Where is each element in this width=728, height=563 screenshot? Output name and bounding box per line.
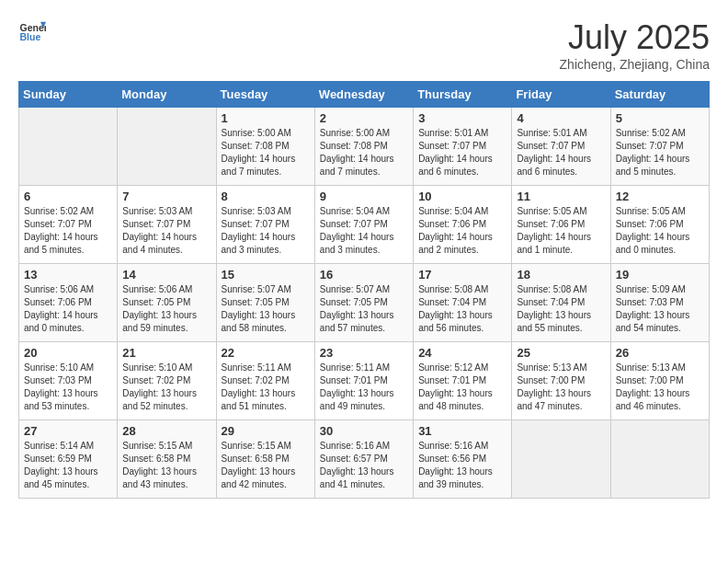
calendar-cell: 12Sunrise: 5:05 AM Sunset: 7:06 PM Dayli… [610,186,709,264]
day-detail: Sunrise: 5:05 AM Sunset: 7:06 PM Dayligh… [517,205,605,257]
svg-text:Blue: Blue [20,31,41,42]
day-detail: Sunrise: 5:11 AM Sunset: 7:01 PM Dayligh… [320,362,408,413]
calendar-cell: 21Sunrise: 5:10 AM Sunset: 7:02 PM Dayli… [118,342,216,420]
day-detail: Sunrise: 5:03 AM Sunset: 7:07 PM Dayligh… [122,205,210,257]
calendar-cell: 22Sunrise: 5:11 AM Sunset: 7:02 PM Dayli… [216,342,314,420]
calendar-cell: 3Sunrise: 5:01 AM Sunset: 7:07 PM Daylig… [414,108,512,186]
day-number: 13 [24,268,112,282]
day-number: 2 [320,111,408,125]
calendar-cell [19,108,118,186]
calendar-cell: 13Sunrise: 5:06 AM Sunset: 7:06 PM Dayli… [19,264,118,342]
day-detail: Sunrise: 5:01 AM Sunset: 7:07 PM Dayligh… [517,127,605,178]
calendar-cell: 9Sunrise: 5:04 AM Sunset: 7:07 PM Daylig… [314,186,413,264]
day-number: 16 [320,268,408,282]
day-number: 1 [222,111,310,125]
day-detail: Sunrise: 5:01 AM Sunset: 7:07 PM Dayligh… [418,127,506,178]
day-number: 11 [517,190,605,203]
calendar-cell [512,420,610,499]
day-number: 5 [616,111,704,125]
day-number: 17 [418,268,506,282]
day-detail: Sunrise: 5:13 AM Sunset: 7:00 PM Dayligh… [517,362,605,413]
weekday-header: Sunday [19,82,118,108]
calendar-cell: 7Sunrise: 5:03 AM Sunset: 7:07 PM Daylig… [118,186,216,264]
day-number: 3 [418,111,506,125]
day-detail: Sunrise: 5:08 AM Sunset: 7:04 PM Dayligh… [418,283,506,335]
calendar-cell: 26Sunrise: 5:13 AM Sunset: 7:00 PM Dayli… [610,342,709,420]
weekday-header: Saturday [610,82,709,108]
calendar-week-row: 20Sunrise: 5:10 AM Sunset: 7:03 PM Dayli… [19,342,710,420]
calendar-cell: 24Sunrise: 5:12 AM Sunset: 7:01 PM Dayli… [414,342,512,420]
day-number: 20 [24,346,112,360]
calendar-cell: 14Sunrise: 5:06 AM Sunset: 7:05 PM Dayli… [118,264,216,342]
calendar-cell: 15Sunrise: 5:07 AM Sunset: 7:05 PM Dayli… [216,264,314,342]
day-number: 29 [222,424,310,438]
day-detail: Sunrise: 5:07 AM Sunset: 7:05 PM Dayligh… [320,283,408,335]
calendar-cell: 25Sunrise: 5:13 AM Sunset: 7:00 PM Dayli… [512,342,610,420]
day-detail: Sunrise: 5:05 AM Sunset: 7:06 PM Dayligh… [616,205,704,257]
day-detail: Sunrise: 5:14 AM Sunset: 6:59 PM Dayligh… [24,440,112,491]
day-number: 10 [418,190,506,203]
day-detail: Sunrise: 5:00 AM Sunset: 7:08 PM Dayligh… [320,127,408,178]
day-detail: Sunrise: 5:13 AM Sunset: 7:00 PM Dayligh… [616,362,704,413]
calendar-cell [610,420,709,499]
day-detail: Sunrise: 5:04 AM Sunset: 7:06 PM Dayligh… [418,205,506,257]
page-header: General Blue July 2025 Zhicheng, Zhejian… [18,18,710,72]
day-number: 9 [320,190,408,203]
calendar-cell: 30Sunrise: 5:16 AM Sunset: 6:57 PM Dayli… [314,420,413,499]
day-detail: Sunrise: 5:16 AM Sunset: 6:57 PM Dayligh… [320,440,408,491]
calendar-cell: 19Sunrise: 5:09 AM Sunset: 7:03 PM Dayli… [610,264,709,342]
weekday-header: Tuesday [216,82,314,108]
day-number: 18 [517,268,605,282]
calendar-cell: 18Sunrise: 5:08 AM Sunset: 7:04 PM Dayli… [512,264,610,342]
title-block: July 2025 Zhicheng, Zhejiang, China [560,18,710,72]
day-number: 26 [616,346,704,360]
weekday-header-row: SundayMondayTuesdayWednesdayThursdayFrid… [19,82,710,108]
calendar-cell: 27Sunrise: 5:14 AM Sunset: 6:59 PM Dayli… [19,420,118,499]
day-number: 23 [320,346,408,360]
calendar-cell: 11Sunrise: 5:05 AM Sunset: 7:06 PM Dayli… [512,186,610,264]
day-detail: Sunrise: 5:06 AM Sunset: 7:06 PM Dayligh… [24,283,112,335]
day-number: 28 [122,424,210,438]
day-number: 31 [418,424,506,438]
weekday-header: Monday [118,82,216,108]
calendar-cell: 28Sunrise: 5:15 AM Sunset: 6:58 PM Dayli… [118,420,216,499]
logo-icon: General Blue [18,18,46,46]
calendar-table: SundayMondayTuesdayWednesdayThursdayFrid… [18,81,710,499]
calendar-cell: 10Sunrise: 5:04 AM Sunset: 7:06 PM Dayli… [414,186,512,264]
calendar-week-row: 1Sunrise: 5:00 AM Sunset: 7:08 PM Daylig… [19,108,710,186]
calendar-cell: 8Sunrise: 5:03 AM Sunset: 7:07 PM Daylig… [216,186,314,264]
calendar-cell: 2Sunrise: 5:00 AM Sunset: 7:08 PM Daylig… [314,108,413,186]
day-number: 14 [122,268,210,282]
day-detail: Sunrise: 5:02 AM Sunset: 7:07 PM Dayligh… [616,127,704,178]
calendar-cell: 1Sunrise: 5:00 AM Sunset: 7:08 PM Daylig… [216,108,314,186]
day-detail: Sunrise: 5:11 AM Sunset: 7:02 PM Dayligh… [222,362,310,413]
weekday-header: Friday [512,82,610,108]
day-number: 4 [517,111,605,125]
day-detail: Sunrise: 5:00 AM Sunset: 7:08 PM Dayligh… [222,127,310,178]
day-detail: Sunrise: 5:15 AM Sunset: 6:58 PM Dayligh… [222,440,310,491]
calendar-cell: 29Sunrise: 5:15 AM Sunset: 6:58 PM Dayli… [216,420,314,499]
day-detail: Sunrise: 5:12 AM Sunset: 7:01 PM Dayligh… [418,362,506,413]
day-detail: Sunrise: 5:06 AM Sunset: 7:05 PM Dayligh… [122,283,210,335]
day-detail: Sunrise: 5:10 AM Sunset: 7:02 PM Dayligh… [122,362,210,413]
month-title: July 2025 [560,18,710,57]
day-number: 6 [24,190,112,203]
day-number: 21 [122,346,210,360]
day-detail: Sunrise: 5:08 AM Sunset: 7:04 PM Dayligh… [517,283,605,335]
day-number: 19 [616,268,704,282]
calendar-cell: 6Sunrise: 5:02 AM Sunset: 7:07 PM Daylig… [19,186,118,264]
day-number: 25 [517,346,605,360]
calendar-week-row: 27Sunrise: 5:14 AM Sunset: 6:59 PM Dayli… [19,420,710,499]
day-detail: Sunrise: 5:04 AM Sunset: 7:07 PM Dayligh… [320,205,408,257]
day-number: 15 [222,268,310,282]
calendar-cell: 17Sunrise: 5:08 AM Sunset: 7:04 PM Dayli… [414,264,512,342]
day-number: 8 [222,190,310,203]
logo: General Blue [18,18,46,46]
weekday-header: Wednesday [314,82,413,108]
calendar-cell: 23Sunrise: 5:11 AM Sunset: 7:01 PM Dayli… [314,342,413,420]
day-detail: Sunrise: 5:16 AM Sunset: 6:56 PM Dayligh… [418,440,506,491]
weekday-header: Thursday [414,82,512,108]
day-number: 12 [616,190,704,203]
day-detail: Sunrise: 5:02 AM Sunset: 7:07 PM Dayligh… [24,205,112,257]
day-number: 27 [24,424,112,438]
